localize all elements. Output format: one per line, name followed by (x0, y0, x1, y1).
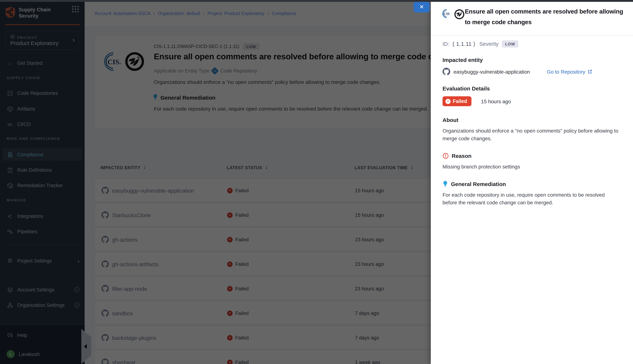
evaluation-row: ✕ Failed 15 hours ago (442, 96, 624, 106)
close-drawer-button[interactable]: ✕ (414, 2, 430, 12)
entity-name: easybuggy-vulnerable-application (454, 69, 530, 74)
evaluation-time: 15 hours ago (481, 98, 511, 104)
reason-text: Missing branch protection settings (442, 163, 619, 171)
remediation-heading: General Remediation (451, 181, 506, 187)
cis-logo: CIS (442, 9, 451, 18)
rule-id-row: ID: ( 1.1.11 ) Severity LOW (442, 40, 624, 48)
reason-heading: Reason (452, 153, 472, 159)
id-value: ( 1.1.11 ) (452, 41, 475, 47)
impacted-entity-row: easybuggy-vulnerable-application Go to R… (442, 68, 624, 76)
modal-dim-overlay[interactable] (0, 0, 431, 364)
app-root: Supply Chain Security PROJECT Product Ex… (0, 0, 633, 364)
remediation-heading-row: General Remediation (442, 180, 624, 187)
severity-badge: LOW (502, 40, 518, 48)
drawer-rule-title: Ensure all open comments are resolved be… (465, 6, 625, 35)
drawer-header: CIS Ensure all open comments are resolve… (431, 0, 633, 36)
close-icon: ✕ (419, 4, 424, 10)
alert-circle-icon (442, 153, 449, 159)
window-top-strip (0, 0, 633, 2)
circle-x-icon: ✕ (446, 99, 450, 104)
impacted-entity-heading: Impacted entity (442, 57, 624, 63)
bulb-icon (442, 180, 448, 187)
reason-heading-row: Reason (442, 153, 624, 159)
remediation-text: For each code repository in use, require… (442, 191, 619, 206)
svg-text:CIS: CIS (444, 12, 450, 16)
id-label: ID: (442, 41, 449, 47)
about-text: Organizations should enforce a "no open … (442, 127, 619, 142)
owasp-logo (454, 9, 465, 20)
external-link-icon (588, 69, 592, 74)
drawer-logos: CIS (442, 6, 465, 35)
rule-detail-drawer: ✕ CIS Ensure all open comments are resol… (431, 0, 633, 364)
failed-status-badge: ✕ Failed (442, 96, 472, 106)
github-icon (442, 68, 450, 76)
evaluation-details-heading: Evaluation Details (442, 85, 624, 92)
drawer-body: ID: ( 1.1.11 ) Severity LOW Impacted ent… (431, 40, 633, 206)
severity-label: Severity (479, 41, 498, 47)
go-to-repository-link[interactable]: Go to Repository (547, 69, 592, 74)
about-heading: About (442, 117, 624, 123)
